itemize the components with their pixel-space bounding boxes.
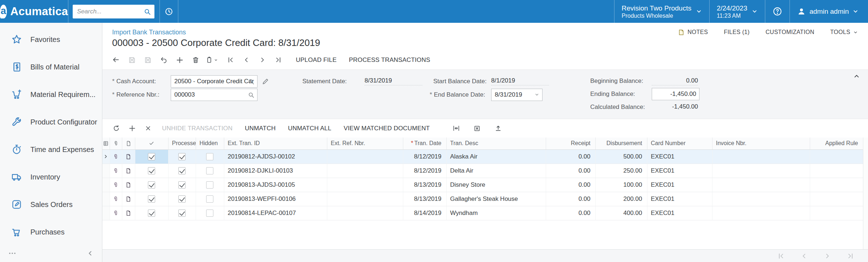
back-button[interactable]: [108, 52, 124, 68]
refresh-grid-button[interactable]: [108, 121, 124, 136]
business-date-clock-button[interactable]: [160, 0, 178, 23]
unmatch-button[interactable]: UNMATCH: [239, 121, 282, 136]
user-menu[interactable]: admin admin: [790, 0, 868, 23]
load-records-from-file-button[interactable]: [490, 121, 506, 136]
first-record-button[interactable]: [222, 52, 238, 68]
disbursement-column-header[interactable]: Disbursement: [595, 138, 647, 149]
save-close-button[interactable]: [124, 52, 140, 68]
sidebar-item-bills-of-material[interactable]: Bills of Material: [0, 53, 102, 81]
ext-tran-id-cell[interactable]: 20190814-LEPAC-00107: [224, 206, 327, 220]
ext-tran-id-cell[interactable]: 20190813-WEPFI-00106: [224, 192, 327, 206]
customization-button[interactable]: CUSTOMIZATION: [766, 29, 814, 35]
ext-tran-id-cell[interactable]: 20190812-AJDSJ-00102: [224, 149, 327, 164]
notes-column-header[interactable]: [122, 138, 135, 149]
row-note-icon[interactable]: [122, 192, 135, 206]
vertical-scrollbar[interactable]: [863, 138, 868, 249]
processed-checkbox[interactable]: [178, 153, 186, 160]
grid-settings-header[interactable]: [102, 138, 110, 149]
row-note-icon[interactable]: [122, 149, 135, 164]
tran-desc-cell[interactable]: Delta Air: [446, 164, 546, 178]
acumatica-logo[interactable]: a Acumatica: [0, 0, 68, 23]
hidden-checkbox[interactable]: [206, 210, 213, 217]
help-button[interactable]: [765, 0, 790, 23]
applied-rule-cell[interactable]: [810, 149, 863, 164]
breadcrumb[interactable]: Import Bank Transactions: [112, 29, 186, 36]
upload-file-button[interactable]: UPLOAD FILE: [290, 52, 343, 68]
tran-desc-cell[interactable]: Alaska Air: [446, 149, 546, 164]
card-number-cell[interactable]: EXEC01: [647, 206, 712, 220]
attachment-paperclip-icon[interactable]: [110, 164, 122, 178]
table-row[interactable]: 20190812-DJKLI-001038/12/2019Delta Air0.…: [102, 164, 863, 178]
delete-row-button[interactable]: [140, 121, 156, 136]
tran-date-cell[interactable]: 8/13/2019: [403, 192, 446, 206]
card-number-cell[interactable]: EXEC01: [647, 192, 712, 206]
table-row[interactable]: 20190813-AJDSJ-001058/13/2019Disney Stor…: [102, 178, 863, 192]
export-to-excel-button[interactable]: [469, 121, 485, 136]
search-icon[interactable]: [144, 8, 151, 16]
fit-to-screen-button[interactable]: [448, 121, 464, 136]
included-checkbox[interactable]: [148, 210, 155, 217]
files-button[interactable]: FILES (1): [724, 29, 750, 35]
attachment-paperclip-icon[interactable]: [110, 149, 122, 164]
lookup-magnifier-icon[interactable]: [248, 78, 255, 85]
invoice-nbr-cell[interactable]: [712, 178, 810, 192]
tran-date-column-header[interactable]: *Tran. Date: [403, 138, 446, 149]
applied-rule-cell[interactable]: [810, 206, 863, 220]
disbursement-cell[interactable]: 400.00: [595, 206, 647, 220]
delete-record-button[interactable]: [188, 52, 204, 68]
tools-button[interactable]: TOOLS: [830, 29, 858, 35]
last-page-button[interactable]: [845, 248, 856, 262]
end-balance-date-select[interactable]: 8/31/2019: [491, 89, 542, 101]
previous-record-button[interactable]: [238, 52, 254, 68]
hidden-column-header[interactable]: Hidden: [196, 138, 224, 149]
included-column-header[interactable]: [135, 138, 168, 149]
processed-column-header[interactable]: Processed: [168, 138, 196, 149]
included-checkbox[interactable]: [148, 195, 155, 203]
ext-ref-nbr-column-header[interactable]: Ext. Ref. Nbr.: [327, 138, 403, 149]
processed-checkbox[interactable]: [178, 181, 186, 189]
invoice-nbr-column-header[interactable]: Invoice Nbr.: [712, 138, 810, 149]
tran-desc-cell[interactable]: Disney Store: [446, 178, 546, 192]
sidebar-item-sales-orders[interactable]: Sales Orders: [0, 191, 102, 218]
copy-paste-button[interactable]: [204, 52, 220, 68]
hidden-checkbox[interactable]: [206, 153, 213, 160]
disbursement-cell[interactable]: 500.00: [595, 149, 647, 164]
sidebar-item-time-and-expenses[interactable]: Time and Expenses: [0, 136, 102, 163]
global-search-input[interactable]: [73, 5, 154, 18]
tran-date-cell[interactable]: 8/12/2019: [403, 149, 446, 164]
included-checkbox[interactable]: [148, 153, 155, 160]
ext-ref-nbr-cell[interactable]: [327, 164, 403, 178]
ext-tran-id-column-header[interactable]: Ext. Tran. ID: [224, 138, 327, 149]
unmatch-all-button[interactable]: UNMATCH ALL: [282, 121, 337, 136]
add-row-button[interactable]: [124, 121, 140, 136]
unhide-transaction-button[interactable]: UNHIDE TRANSACTION: [156, 121, 239, 136]
add-new-record-button[interactable]: [172, 52, 188, 68]
sidebar-item-material-requirem[interactable]: Material Requirem...: [0, 81, 102, 108]
card-number-cell[interactable]: EXEC01: [647, 164, 712, 178]
receipt-cell[interactable]: 0.00: [546, 206, 595, 220]
receipt-column-header[interactable]: Receipt: [546, 138, 595, 149]
tran-date-cell[interactable]: 8/13/2019: [403, 178, 446, 192]
invoice-nbr-cell[interactable]: [712, 192, 810, 206]
ending-balance-input[interactable]: [652, 88, 699, 100]
receipt-cell[interactable]: 0.00: [546, 149, 595, 164]
receipt-cell[interactable]: 0.00: [546, 192, 595, 206]
lookup-magnifier-icon[interactable]: [248, 92, 255, 98]
tran-desc-cell[interactable]: Wyndham: [446, 206, 546, 220]
receipt-cell[interactable]: 0.00: [546, 164, 595, 178]
ext-ref-nbr-cell[interactable]: [327, 192, 403, 206]
attachment-paperclip-icon[interactable]: [110, 192, 122, 206]
attachment-paperclip-icon[interactable]: [110, 206, 122, 220]
attachments-column-header[interactable]: [110, 138, 122, 149]
cancel-undo-button[interactable]: [156, 52, 172, 68]
tran-date-cell[interactable]: 8/12/2019: [403, 164, 446, 178]
previous-page-button[interactable]: [799, 248, 809, 262]
next-page-button[interactable]: [822, 248, 833, 262]
row-note-icon[interactable]: [122, 206, 135, 220]
table-row[interactable]: 20190812-AJDSJ-001028/12/2019Alaska Air0…: [102, 149, 863, 164]
processed-checkbox[interactable]: [178, 210, 186, 217]
business-date-selector[interactable]: 2/24/2023 11:23 AM: [710, 0, 765, 23]
next-record-button[interactable]: [254, 52, 270, 68]
hidden-checkbox[interactable]: [206, 167, 213, 174]
card-number-cell[interactable]: EXEC01: [647, 149, 712, 164]
